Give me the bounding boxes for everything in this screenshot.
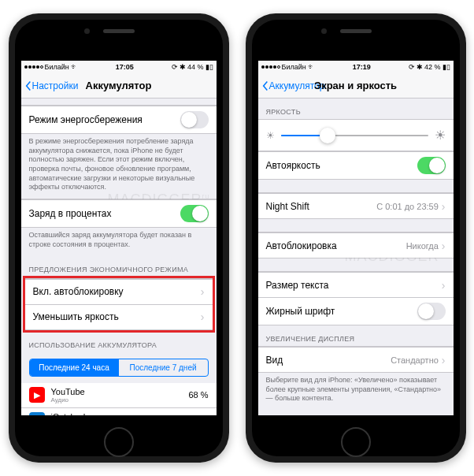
chevron-left-icon xyxy=(261,80,269,91)
time-range-segmented[interactable]: Последние 24 часа Последние 7 дней xyxy=(29,359,209,377)
orientation-lock-icon: ⟳ xyxy=(172,63,178,71)
text-size-row[interactable]: Размер текста › xyxy=(258,272,454,297)
back-label: Настройки xyxy=(32,80,79,91)
sun-large-icon: ☀︎ xyxy=(435,128,446,143)
home-button[interactable] xyxy=(341,427,371,457)
iphone-left: Билайн ᯤ 17:05 ⟳ ✱ 44 % ▮▯ Настройки Акк… xyxy=(9,13,229,463)
chevron-left-icon xyxy=(24,80,32,91)
brightness-slider-row[interactable]: ☀︎ ☀︎ xyxy=(258,119,454,151)
app-row-youtube[interactable]: ▶ YouTubeАудио 68 % xyxy=(21,383,217,408)
wifi-icon: ᯤ xyxy=(308,63,315,71)
chevron-right-icon: › xyxy=(201,311,205,323)
chevron-right-icon: › xyxy=(442,200,446,213)
suggestions-header: ПРЕДЛОЖЕНИЯ ЭКОНОМИЧНОГО РЕЖИМА xyxy=(21,256,217,277)
suggestions-highlight: Вкл. автоблокировку › Уменьшить яркость … xyxy=(23,276,215,333)
chevron-right-icon: › xyxy=(442,240,446,252)
screen-display-settings: Билайн ᯤ 17:19 ⟳ ✱ 42 % ▮▯ Аккумулятор Э… xyxy=(258,61,454,415)
home-button[interactable] xyxy=(104,427,134,457)
screen-battery-settings: Билайн ᯤ 17:05 ⟳ ✱ 44 % ▮▯ Настройки Акк… xyxy=(21,61,217,415)
nav-bar: Настройки Аккумулятор xyxy=(21,73,217,99)
battery-percent-footer: Оставшийся заряд аккумулятора будет пока… xyxy=(21,228,217,255)
brightness-slider[interactable] xyxy=(281,135,428,136)
low-power-label: Режим энергосбережения xyxy=(29,114,180,125)
wifi-icon: ᯤ xyxy=(71,63,78,71)
suggestion-brightness[interactable]: Уменьшить яркость › xyxy=(25,304,213,329)
back-button[interactable]: Аккумулятор xyxy=(258,80,325,91)
bold-text-toggle[interactable] xyxy=(417,303,446,320)
chevron-right-icon: › xyxy=(442,279,446,292)
status-bar: Билайн ᯤ 17:05 ⟳ ✱ 44 % ▮▯ xyxy=(21,61,217,73)
icatcher-icon: ⟩⟩ xyxy=(29,412,45,415)
autolock-row[interactable]: Автоблокировка Никогда › xyxy=(258,232,454,258)
battery-percent: 44 % xyxy=(187,63,204,71)
bold-text-row[interactable]: Жирный шрифт xyxy=(258,297,454,325)
signal-dots-icon xyxy=(24,65,43,69)
speaker xyxy=(340,29,372,33)
clock: 17:19 xyxy=(353,63,371,71)
orientation-lock-icon: ⟳ xyxy=(409,63,415,71)
brightness-header: ЯРКОСТЬ xyxy=(258,99,454,119)
speaker xyxy=(103,29,135,33)
low-power-mode-row[interactable]: Режим энергосбережения xyxy=(21,106,217,133)
chevron-right-icon: › xyxy=(201,285,205,298)
segment-24h[interactable]: Последние 24 часа xyxy=(30,359,119,376)
usage-header: ИСПОЛЬЗОВАНИЕ АККУМУЛЯТОРА xyxy=(21,332,217,352)
battery-percent-label: Заряд в процентах xyxy=(29,208,180,219)
bluetooth-icon: ✱ xyxy=(180,63,186,71)
battery-icon: ▮▯ xyxy=(443,63,450,71)
segment-7d[interactable]: Последние 7 дней xyxy=(119,359,208,376)
low-power-footer: В режиме энергосбережения потребление за… xyxy=(21,134,217,199)
night-shift-row[interactable]: Night Shift С 0:01 до 23:59 › xyxy=(258,193,454,218)
front-camera xyxy=(321,28,327,34)
nav-bar: Аккумулятор Экран и яркость xyxy=(258,73,454,99)
suggestion-autolock[interactable]: Вкл. автоблокировку › xyxy=(25,279,213,304)
chevron-right-icon: › xyxy=(442,354,446,366)
back-label: Аккумулятор xyxy=(269,80,325,91)
front-camera xyxy=(84,28,90,34)
status-bar: Билайн ᯤ 17:19 ⟳ ✱ 42 % ▮▯ xyxy=(258,61,454,73)
app-row-icatcher[interactable]: ⟩⟩ iCatcher!Аудио, Фоновая активность 11… xyxy=(21,408,217,416)
battery-percent: 42 % xyxy=(424,63,441,71)
carrier-label: Билайн xyxy=(45,63,69,71)
low-power-toggle[interactable] xyxy=(180,111,209,128)
display-zoom-row[interactable]: Вид Стандартно › xyxy=(258,347,454,372)
auto-brightness-toggle[interactable] xyxy=(417,157,446,174)
sun-small-icon: ☀︎ xyxy=(266,130,275,141)
zoom-header: УВЕЛИЧЕНИЕ ДИСПЛЕЯ xyxy=(258,325,454,346)
back-button[interactable]: Настройки xyxy=(21,80,79,91)
iphone-right: Билайн ᯤ 17:19 ⟳ ✱ 42 % ▮▯ Аккумулятор Э… xyxy=(246,13,466,463)
auto-brightness-row[interactable]: Автояркость xyxy=(258,151,454,179)
battery-percent-toggle[interactable] xyxy=(180,205,209,222)
signal-dots-icon xyxy=(261,65,280,69)
battery-percent-row[interactable]: Заряд в процентах xyxy=(21,199,217,227)
clock: 17:05 xyxy=(116,63,134,71)
battery-icon: ▮▯ xyxy=(206,63,213,71)
zoom-footer: Выберите вид для iPhone: «Увеличено» пок… xyxy=(258,373,454,410)
carrier-label: Билайн xyxy=(282,63,306,71)
bluetooth-icon: ✱ xyxy=(417,63,423,71)
youtube-icon: ▶ xyxy=(29,387,45,403)
